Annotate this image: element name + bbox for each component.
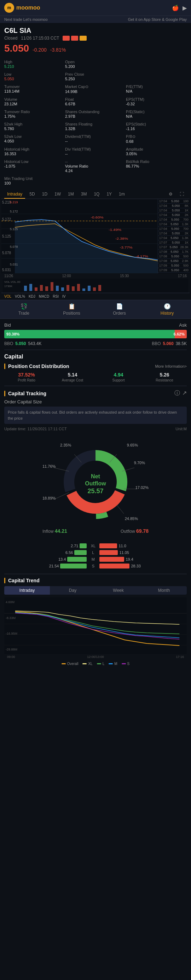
indicator-vol-pct[interactable]: VOL%: [15, 294, 25, 298]
svg-rect-22: [72, 286, 75, 291]
tab-1q[interactable]: 1Q: [91, 190, 102, 199]
price-table-row: 17:045.0502K: [158, 231, 189, 236]
svg-rect-18: [51, 282, 53, 291]
donut-svg: Net Outflow 25.57: [39, 436, 152, 528]
svg-marker-4: [15, 220, 158, 273]
indicator-iv[interactable]: IV: [62, 294, 65, 298]
indicator-vol[interactable]: VOL: [4, 294, 11, 298]
outflow-bar-s: [99, 563, 129, 568]
stat-eps-static: EPS(Static) -1.16: [126, 121, 187, 132]
trend-legend: Overall XL L M S: [4, 662, 187, 666]
donut-section: 2.35% 11.76% 18.89% 9.65% 9.70% 17.02% 2…: [4, 433, 187, 538]
vol-svg: VOL.VOL.00 1730K: [3, 278, 188, 293]
cat-l: L: [89, 550, 97, 555]
flow-totals: Inflow 44.21 Outflow 69.78: [39, 528, 152, 534]
svg-rect-26: [93, 288, 96, 291]
volume-chart: VOL.VOL.00 1730K: [3, 278, 188, 293]
price-table-row: 17:045.0501.3K: [158, 222, 189, 227]
indicator-macd[interactable]: MACD: [39, 294, 49, 298]
svg-text:Net: Net: [91, 473, 100, 479]
stat-turnover-ratio: Turnover Ratio 1.75%: [4, 109, 65, 119]
history-icon: 🕐: [164, 303, 171, 310]
position-cost-title: Position Cost Distribution: [8, 363, 69, 369]
nav-positions-label: Positions: [63, 311, 80, 316]
flag-other: [80, 36, 87, 41]
stat-volume: Volume 23.12M: [4, 97, 65, 107]
trend-tab-intraday[interactable]: Intraday: [4, 586, 50, 595]
chart-area: 5.219 5.172 5.125 5.078 5.031 -0.60%: [2, 199, 189, 273]
legend-xl: XL: [83, 662, 92, 666]
price-table-row: 17:045.0501.3K: [158, 236, 189, 240]
nav-history[interactable]: 🕐 History: [143, 300, 191, 318]
price-label-4: 5.078: [10, 245, 18, 248]
bid-bar: 93.38%: [4, 330, 175, 338]
svg-text:-4.17%: -4.17%: [135, 255, 148, 258]
trend-x-labels: 09:00 12:00/13:00 17:16: [4, 654, 187, 660]
stat-div-yield: Div Yield(TTM) --: [65, 146, 126, 157]
status-flags: [63, 36, 87, 41]
trend-tab-week[interactable]: Week: [96, 586, 141, 595]
stat-low: Low 5.050: [4, 72, 65, 82]
inflow-total: Inflow 44.21: [43, 528, 67, 534]
chart-section: Intraday 5D 1D 1W 1M 3M 1Q 1Y 1m ⚙ ⛶ 5.2…: [0, 189, 191, 300]
tab-1min[interactable]: 1m: [116, 190, 128, 199]
stat-open: Open 5.200: [65, 59, 126, 69]
flow-row-xl: 2.71 XL 11.0: [8, 543, 183, 548]
tab-1d[interactable]: 1D: [39, 190, 50, 199]
apple-icon[interactable]: 🍎: [172, 5, 179, 11]
positions-icon: 📋: [68, 303, 75, 310]
cat-m: M: [89, 557, 97, 562]
inflow-bar-m: [67, 557, 87, 562]
svg-text:VOL.VOL.00: VOL.VOL.00: [4, 280, 21, 283]
share-icon[interactable]: ↗: [182, 390, 187, 397]
tab-1y[interactable]: 1Y: [103, 190, 115, 199]
position-stats: 37.52% Profit Ratio 5.14 Average Cost 4.…: [4, 372, 187, 382]
legend-s-dot: [122, 663, 126, 664]
tab-1m[interactable]: 1M: [65, 190, 77, 199]
main-price: 5.050: [4, 43, 29, 54]
nav-positions[interactable]: 📋 Positions: [48, 300, 96, 318]
cat-xl: XL: [89, 544, 97, 548]
indicator-rsi[interactable]: RSI: [53, 294, 59, 298]
donut-wrapper: 2.35% 11.76% 18.89% 9.65% 9.70% 17.02% 2…: [39, 436, 152, 528]
tab-1w[interactable]: 1W: [52, 190, 64, 199]
chart-fullscreen[interactable]: ⛶: [177, 190, 187, 199]
bbo-ask: BBO 5.060 38.5K: [152, 341, 187, 346]
nav-trade[interactable]: 💱 Trade: [0, 300, 48, 318]
price-table-row: 17:085.050500: [158, 254, 189, 259]
tab-settings[interactable]: ⚙: [166, 190, 175, 199]
price-table: 17:045.05010017:045.0508K17:045.0501K17:…: [158, 199, 189, 273]
nav-orders[interactable]: 📄 Orders: [96, 300, 143, 318]
legend-l-dot: [97, 663, 101, 664]
tab-3m[interactable]: 3M: [78, 190, 90, 199]
pct-label-3: 18.89%: [43, 496, 56, 500]
bbo-bid: BBO 5.050 543.4K: [4, 341, 41, 346]
outflow-bar-m: [99, 557, 124, 562]
stat-resistance: 5.26 Resistance: [142, 372, 187, 382]
ask-bar: 6.62%: [175, 330, 187, 338]
svg-rect-15: [35, 288, 38, 291]
stat-pb: P/B⊙ 0.68: [126, 134, 187, 144]
bid-ask-bar: 93.38% 6.62%: [4, 330, 187, 338]
price-table-row: 17:045.050100: [158, 199, 189, 204]
stock-datetime: 11/26 17:15:03 CCT: [21, 36, 59, 41]
price-table-row: 17:045.0508K: [158, 204, 189, 208]
tab-5d[interactable]: 5D: [27, 190, 38, 199]
outflow-total: Outflow 69.78: [121, 528, 148, 534]
stat-hist-high: Historical High 16.353: [4, 146, 65, 157]
trend-tab-bar: Intraday Day Week Month: [4, 586, 187, 595]
tab-intraday[interactable]: Intraday: [4, 190, 25, 199]
outflow-bar-xl: [99, 543, 117, 548]
indicator-kdj[interactable]: KDJ: [29, 294, 35, 298]
trend-tab-month[interactable]: Month: [141, 586, 187, 595]
android-icon[interactable]: ▶: [183, 5, 187, 11]
more-info-btn[interactable]: More Information >: [155, 364, 187, 368]
trend-tab-day[interactable]: Day: [50, 586, 96, 595]
price-label-2: 5.172: [10, 210, 18, 213]
capital-section: Capital Position Cost Distribution More …: [0, 350, 191, 386]
svg-text:-3.77%: -3.77%: [120, 246, 133, 249]
stat-empty1: [126, 59, 187, 69]
info-icon[interactable]: ⓘ: [174, 390, 180, 397]
svg-rect-16: [40, 285, 43, 291]
trade-icon: 💱: [21, 303, 28, 310]
